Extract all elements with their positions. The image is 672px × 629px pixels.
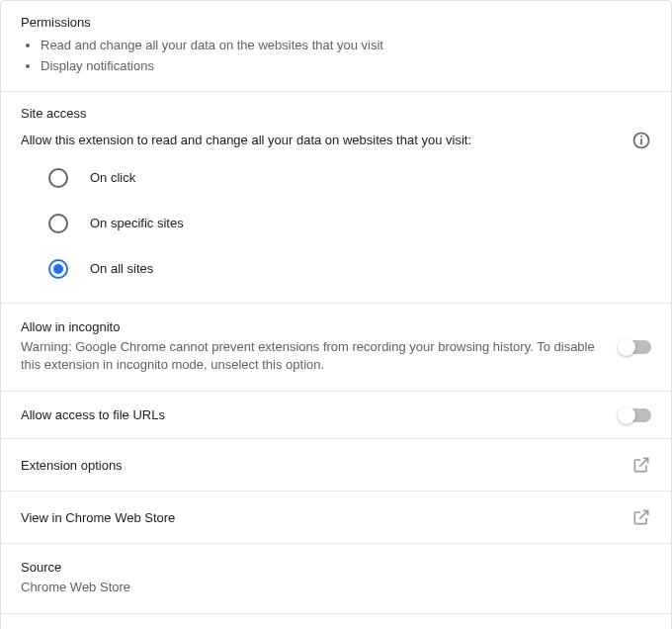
allow-incognito-row: Allow in incognito Warning: Google Chrom… [1,304,671,393]
radio-icon [48,214,68,233]
file-urls-text: Allow access to file URLs [21,407,620,422]
radio-icon [48,168,68,188]
svg-rect-2 [640,135,642,137]
open-external-icon [631,455,651,475]
extension-details-card: Permissions Read and change all your dat… [0,0,672,629]
source-title: Source [21,560,635,575]
remove-extension-row[interactable]: Remove extension [1,614,671,629]
radio-on-all-sites[interactable]: On all sites [48,259,651,279]
file-urls-title: Allow access to file URLs [21,407,604,422]
site-access-radio-group: On click On specific sites On all sites [48,168,651,279]
open-external-icon [631,507,651,527]
file-urls-toggle[interactable] [620,408,651,422]
permission-item: Display notifications [41,56,651,77]
incognito-text: Allow in incognito Warning: Google Chrom… [21,319,620,376]
source-text: Source Chrome Web Store [21,560,651,597]
toggle-knob-icon [618,406,635,424]
view-web-store-title: View in Chrome Web Store [21,510,175,525]
permissions-title: Permissions [21,15,651,30]
radio-on-click[interactable]: On click [48,168,651,188]
svg-rect-1 [640,138,642,144]
source-value: Chrome Web Store [21,579,635,597]
extension-options-row[interactable]: Extension options [1,439,671,492]
incognito-warning: Warning: Google Chrome cannot prevent ex… [21,338,604,376]
permissions-section: Permissions Read and change all your dat… [1,1,671,92]
permission-item: Read and change all your data on the web… [41,36,651,56]
radio-label: On all sites [90,261,153,276]
radio-label: On click [90,170,135,185]
view-web-store-row[interactable]: View in Chrome Web Store [1,492,671,544]
file-urls-row: Allow access to file URLs [1,392,671,439]
site-access-header: Allow this extension to read and change … [21,131,651,150]
radio-icon [48,259,68,279]
site-access-description: Allow this extension to read and change … [21,133,471,147]
source-row: Source Chrome Web Store [1,544,671,614]
info-icon[interactable] [631,131,651,150]
radio-label: On specific sites [90,216,184,230]
site-access-title: Site access [21,106,651,121]
permissions-list: Read and change all your data on the web… [21,36,651,77]
incognito-toggle[interactable] [620,340,651,354]
radio-on-specific-sites[interactable]: On specific sites [48,214,651,233]
extension-options-title: Extension options [21,458,123,473]
site-access-section: Site access Allow this extension to read… [1,92,671,304]
incognito-title: Allow in incognito [21,319,604,334]
toggle-knob-icon [618,338,635,356]
